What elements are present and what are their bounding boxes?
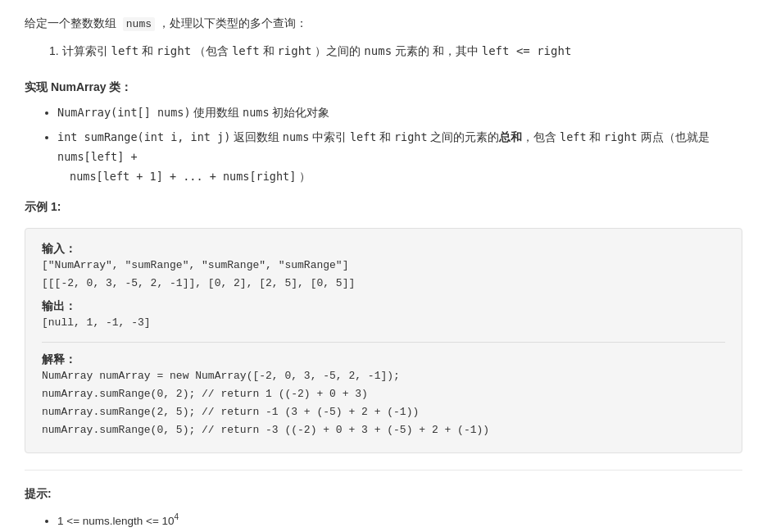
explain-label: 解释： bbox=[42, 352, 76, 366]
input-value-1: ["NumArray", "sumRange", "sumRange", "su… bbox=[42, 257, 725, 275]
divider-2 bbox=[25, 470, 742, 471]
bullet-item-2: int sumRange(int i, int j) 返回数组 nums 中索引… bbox=[57, 128, 742, 187]
formula-code-2: nums[left + 1] + ... + nums[right] bbox=[70, 170, 296, 183]
explain-line-3: numArray.sumRange(2, 5); // return -1 (3… bbox=[42, 403, 725, 421]
output-area: 输出： [null, 1, -1, -3] bbox=[42, 299, 725, 332]
condition-code: left <= right bbox=[482, 44, 572, 57]
right-inline: right bbox=[394, 130, 428, 143]
hints-title: 提示: bbox=[25, 487, 742, 502]
explain-line-2: numArray.sumRange(0, 2); // return 1 ((-… bbox=[42, 385, 725, 403]
example-block: 输入： ["NumArray", "sumRange", "sumRange",… bbox=[25, 228, 742, 454]
constructor-code: NumArray(int[] nums) bbox=[57, 106, 191, 119]
example-section: 示例 1: 输入： ["NumArray", "sumRange", "sumR… bbox=[25, 200, 742, 454]
implement-list: NumArray(int[] nums) 使用数组 nums 初始化对象 int… bbox=[57, 103, 742, 187]
implement-title: 实现 NumArray 类： bbox=[25, 80, 742, 95]
intro-section: 给定一个整数数组 nums ，处理以下类型的多个查询： 1. 计算索引 left… bbox=[25, 16, 742, 59]
intro-text: 给定一个整数数组 nums ，处理以下类型的多个查询： bbox=[25, 16, 742, 31]
explain-area: 解释： NumArray numArray = new NumArray([-2… bbox=[42, 352, 725, 439]
query-item: 1. 计算索引 left 和 right （包含 left 和 right ）之… bbox=[49, 44, 742, 59]
hints-section: 提示: 1 <= nums.length <= 104 -105 <= nums… bbox=[25, 487, 742, 532]
right-code-2: right bbox=[277, 44, 311, 57]
explain-line-4: numArray.sumRange(0, 5); // return -3 ((… bbox=[42, 421, 725, 439]
implement-section: 实现 NumArray 类： NumArray(int[] nums) 使用数组… bbox=[25, 80, 742, 187]
left-code-1: left bbox=[111, 44, 138, 57]
method-code: int sumRange(int i, int j) bbox=[57, 130, 230, 143]
bullet-item-1: NumArray(int[] nums) 使用数组 nums 初始化对象 bbox=[57, 103, 742, 123]
left-inline-2: left bbox=[560, 130, 587, 143]
right-inline-2: right bbox=[604, 130, 638, 143]
hint-item-1: 1 <= nums.length <= 104 bbox=[57, 510, 742, 530]
nums-code-2: nums bbox=[364, 44, 392, 57]
item-number: 1. bbox=[49, 44, 62, 57]
output-value: [null, 1, -1, -3] bbox=[42, 314, 725, 332]
left-inline: left bbox=[350, 130, 377, 143]
example-title: 示例 1: bbox=[25, 200, 742, 215]
explain-line-1: NumArray numArray = new NumArray([-2, 0,… bbox=[42, 367, 725, 385]
hints-list: 1 <= nums.length <= 104 -105 <= nums[i] … bbox=[57, 510, 742, 532]
nums-inline-2: nums bbox=[283, 130, 310, 143]
formula-code: nums[left] + bbox=[57, 150, 138, 163]
nums-inline: nums bbox=[243, 106, 270, 119]
left-code-2: left bbox=[232, 44, 260, 57]
input-label: 输入： bbox=[42, 242, 76, 255]
input-value-2: [[[-2, 0, 3, -5, 2, -1]], [0, 2], [2, 5]… bbox=[42, 275, 725, 293]
example-divider bbox=[42, 342, 725, 343]
nums-code: nums bbox=[123, 17, 155, 31]
input-area: 输入： ["NumArray", "sumRange", "sumRange",… bbox=[42, 242, 725, 293]
right-code-1: right bbox=[157, 44, 191, 57]
output-label: 输出： bbox=[42, 299, 76, 312]
